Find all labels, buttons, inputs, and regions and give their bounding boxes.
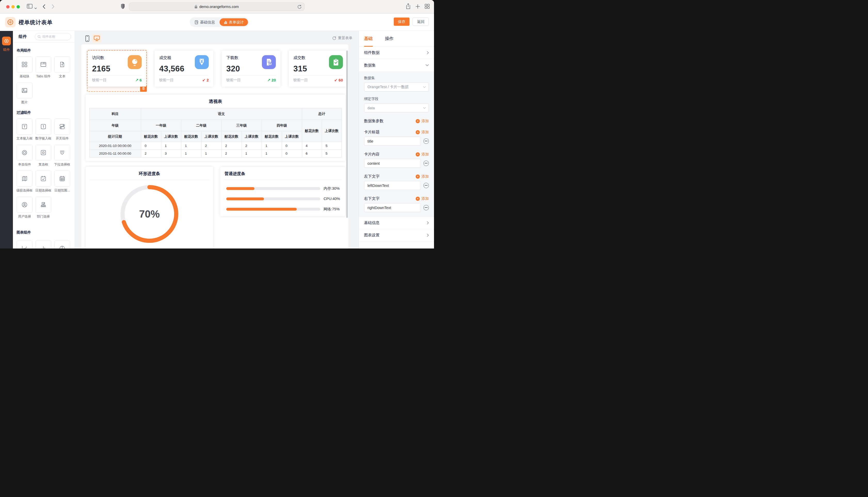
progress-bars-widget[interactable]: 普通进度条 内存:30% CPU:40% 网络:75%	[220, 167, 345, 216]
remove-left-down-button[interactable]	[424, 183, 429, 188]
share-icon[interactable]	[406, 3, 411, 10]
remove-right-down-button[interactable]	[424, 205, 429, 210]
canvas-scrollbar[interactable]	[346, 51, 348, 218]
palette-item-image[interactable]: 图片	[16, 83, 32, 105]
date-range-icon	[59, 175, 66, 182]
line-chart-icon	[21, 245, 28, 248]
chevron-down-icon[interactable]	[34, 6, 37, 10]
palette-item-tabs[interactable]: Tabs 组件	[35, 56, 51, 79]
chevron-down-icon	[423, 86, 426, 88]
number-input-icon	[40, 123, 47, 130]
zoom-window-button[interactable]	[16, 5, 20, 9]
stat-card-downloads[interactable]: 下载数 320 较前一日 ↗ 20	[222, 51, 280, 87]
palette-item-switch[interactable]: 开关组件	[54, 118, 70, 141]
add-card-title-button[interactable]: +添加	[416, 130, 429, 134]
back-button-app[interactable]: 返回	[413, 17, 429, 26]
add-left-down-button[interactable]: +添加	[416, 174, 429, 179]
back-button[interactable]	[43, 4, 45, 10]
remove-card-content-button[interactable]	[424, 160, 429, 166]
palette-item-date-picker[interactable]: 日期选择框	[35, 171, 51, 193]
dataset-select[interactable]: OrangeTest / 卡片一数据	[364, 83, 429, 91]
component-search[interactable]	[35, 33, 71, 40]
add-card-content-button[interactable]: +添加	[416, 152, 429, 157]
rail-components-button[interactable]	[2, 37, 11, 45]
tab-basic-info[interactable]: 基础信息	[191, 18, 219, 26]
device-phone-toggle[interactable]	[83, 34, 92, 43]
sidebar-toggle-icon[interactable]	[27, 4, 32, 10]
stat-card-deals[interactable]: 成交数 315 较前一日 ↙ 60	[289, 51, 347, 87]
forward-button[interactable]	[52, 4, 54, 10]
row-dataset-collapse[interactable]: 数据集	[359, 59, 434, 71]
left-down-text-input[interactable]	[364, 181, 421, 190]
palette-item-bar-chart[interactable]	[35, 241, 51, 248]
switch-icon	[59, 123, 66, 130]
bind-field-select[interactable]: data	[364, 103, 429, 112]
palette-item-select[interactable]: 下拉选择框	[54, 145, 70, 167]
address-bar[interactable]: demo.orangeforms.com	[129, 3, 304, 11]
palette-item-dept-select[interactable]: 部门选择	[35, 197, 51, 219]
palette-item-text[interactable]: 文本	[54, 56, 70, 79]
inspector-tab-action[interactable]: 操作	[385, 31, 394, 47]
pivot-data-row: 2020-01-10 00:00:00 0112221045	[89, 142, 342, 150]
reload-icon[interactable]	[297, 5, 302, 10]
row-component-data[interactable]: 组件数据	[359, 47, 434, 59]
dataset-label: 数据集	[364, 76, 429, 81]
palette-item-radio[interactable]: 单选组件	[16, 145, 32, 167]
remove-card-title-button[interactable]	[424, 139, 429, 144]
stat-card-revenue[interactable]: 成交额 43,566 较前一日 ↙ 2	[154, 51, 213, 87]
page-title: 橙单统计表单	[18, 19, 53, 26]
palette-item-cascader[interactable]: 级联选择框	[16, 171, 32, 193]
chevron-right-icon	[427, 221, 429, 225]
tab-form-design[interactable]: 表单设计	[220, 18, 248, 26]
rail-components-label[interactable]: 组件	[0, 47, 13, 52]
pivot-table-widget[interactable]: 透视表 科目 语文 总计 年级 一年级 二年级 三年级	[86, 95, 345, 161]
card-content-input[interactable]	[364, 159, 421, 168]
pivot-title: 透视表	[86, 98, 345, 104]
component-hexnut-icon	[4, 39, 9, 44]
row-chart-settings[interactable]: 图表设置	[359, 229, 434, 242]
browser-window: demo.orangeforms.com 橙单统计表单 基础信息	[0, 0, 434, 248]
palette-item-user-select[interactable]: 用户选择	[16, 197, 32, 219]
form-board: 访问数 2165 较前一日 ↗ 6 成交额 43,566	[81, 44, 348, 248]
refresh-icon	[332, 36, 336, 40]
palette-item-text-input[interactable]: 文本输入框	[16, 118, 32, 141]
new-tab-icon[interactable]	[415, 4, 420, 10]
orange-slice-icon	[7, 19, 14, 26]
trash-icon	[142, 87, 145, 90]
plus-icon: +	[416, 152, 420, 156]
search-input[interactable]	[42, 35, 68, 39]
mode-tab-group: 基础信息 表单设计	[190, 17, 249, 27]
row-basic-info[interactable]: 基础信息	[359, 217, 434, 229]
save-button[interactable]: 保存	[394, 17, 410, 26]
card-content-row: 卡片内容 +添加	[364, 152, 429, 157]
progress-title: 普通进度条	[224, 171, 345, 176]
browser-toolbar: demo.orangeforms.com	[0, 0, 434, 13]
stat-card-visits[interactable]: 访问数 2165 较前一日 ↗ 6	[87, 51, 146, 87]
device-desktop-toggle[interactable]	[92, 34, 101, 43]
url-text: demo.orangeforms.com	[199, 5, 239, 9]
card-title-input[interactable]	[364, 137, 421, 146]
plus-icon: +	[416, 174, 420, 179]
palette-item-basic-block[interactable]: 基础块	[16, 56, 32, 79]
tab-overview-icon[interactable]	[425, 4, 430, 10]
palette-item-number-input[interactable]: 数字输入框	[35, 118, 51, 141]
add-right-down-button[interactable]: +添加	[416, 196, 429, 201]
palette-title: 组件	[18, 34, 27, 40]
tabs-layout-icon	[40, 61, 47, 68]
reset-form-button[interactable]: 重置表单	[332, 36, 353, 41]
add-param-button[interactable]: +添加	[416, 118, 429, 124]
pivot-data-row: 2020-01-11 00:00:00 2311211065	[89, 150, 342, 157]
lock-icon	[195, 5, 197, 9]
palette-item-line-chart[interactable]	[16, 241, 32, 248]
close-window-button[interactable]	[6, 5, 10, 9]
right-down-text-input[interactable]	[364, 203, 421, 212]
plus-icon: +	[416, 197, 420, 201]
palette-item-checkbox[interactable]: 复选框	[35, 145, 51, 167]
inspector-tab-basic[interactable]: 基础	[364, 31, 373, 47]
dropdown-icon	[59, 149, 66, 156]
minimize-window-button[interactable]	[11, 5, 15, 9]
ring-progress-widget[interactable]: 环形进度条 70%	[86, 167, 213, 248]
privacy-shield-icon[interactable]	[121, 3, 125, 11]
palette-item-pie-chart[interactable]	[54, 241, 70, 248]
palette-item-date-range[interactable]: 日期范围...	[54, 171, 70, 193]
